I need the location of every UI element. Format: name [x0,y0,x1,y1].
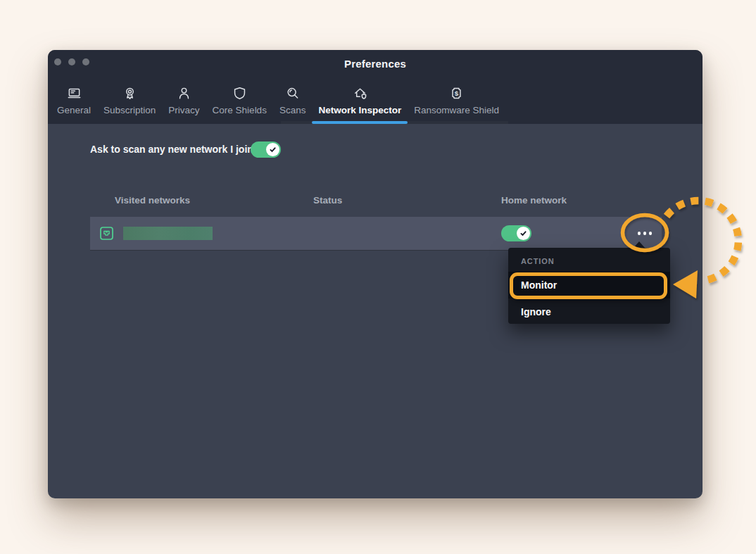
menu-section-label: ACTION [508,248,670,272]
scan-new-network-label: Ask to scan any new network I join [90,144,253,155]
menu-item-monitor[interactable]: Monitor [508,272,670,298]
redacted-network-name [123,227,213,240]
person-icon [177,86,191,101]
tab-general[interactable]: General [51,86,97,124]
preferences-window: Preferences General Subscription [48,50,703,498]
house-shield-icon [353,86,367,101]
tab-scans[interactable]: Scans [273,86,313,124]
toggle-knob [517,227,530,240]
tab-label: Core Shields [213,105,267,115]
tab-label: General [57,105,91,115]
tab-label: Scans [279,105,306,115]
tab-label: Privacy [168,105,199,115]
shield-icon [232,86,247,101]
tab-bar: General Subscription Privacy [51,86,505,124]
checkmark-icon [269,146,277,153]
action-context-menu: ACTION Monitor Ignore [508,248,670,324]
more-options-button[interactable] [632,224,657,243]
scan-new-network-toggle[interactable] [251,141,281,158]
checkmark-icon [519,229,527,237]
tab-core-shields[interactable]: Core Shields [206,86,273,124]
column-header-visited-networks: Visited networks [115,195,190,206]
toggle-knob [266,143,279,156]
desktop-background: Preferences General Subscription [0,0,756,554]
menu-item-ignore[interactable]: Ignore [508,298,670,325]
window-title: Preferences [48,58,703,70]
window-header: Preferences General Subscription [48,50,703,124]
ellipsis-icon [649,232,653,235]
tab-ransomware-shield[interactable]: $ Ransomware Shield [408,86,505,124]
tab-label: Subscription [103,105,156,115]
ethernet-icon [100,227,113,240]
tab-privacy[interactable]: Privacy [162,86,206,124]
tab-subscription[interactable]: Subscription [97,86,162,124]
ellipsis-icon [638,232,641,235]
tab-label: Ransomware Shield [414,105,499,115]
ellipsis-icon [643,232,647,235]
laptop-icon [67,86,82,101]
tab-network-inspector[interactable]: Network Inspector [312,86,408,124]
svg-text:$: $ [455,89,459,97]
dollar-badge-icon: $ [449,86,464,101]
table-row[interactable] [90,217,662,250]
magnifier-icon [285,86,300,101]
menu-caret [634,241,645,248]
tab-label: Network Inspector [318,105,401,115]
home-network-toggle[interactable] [501,225,531,241]
column-header-status: Status [313,195,342,206]
column-header-home-network: Home network [501,195,567,206]
rosette-icon [122,86,137,101]
